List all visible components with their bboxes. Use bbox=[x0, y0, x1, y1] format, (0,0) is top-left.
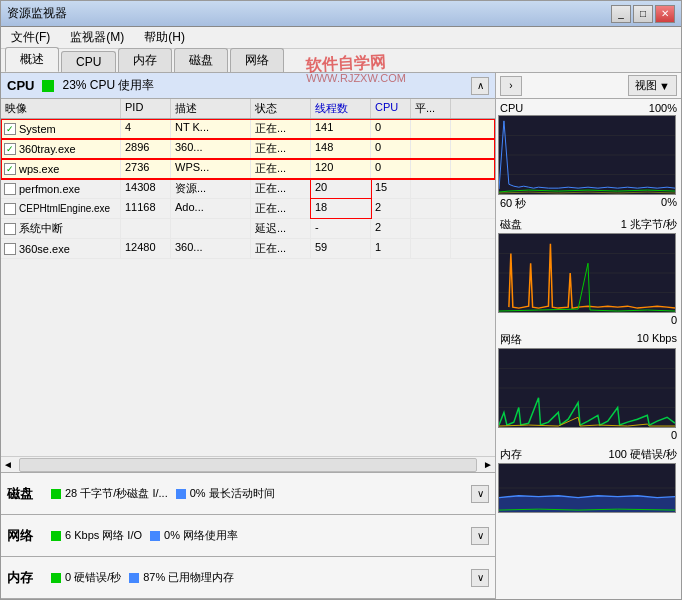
row-cpu-cep: 2 bbox=[371, 199, 411, 218]
row-checkbox-perfmon[interactable]: perfmon.exe bbox=[1, 179, 121, 198]
table-row[interactable]: ✓ wps.exe 2736 WPS... 正在... 120 0 bbox=[1, 159, 495, 179]
row-threads-sysint: - bbox=[311, 219, 371, 238]
row-checkbox-system[interactable]: ✓ System bbox=[1, 119, 121, 138]
disk-metric1: 28 千字节/秒磁盘 I/... bbox=[51, 486, 168, 501]
memory-metric1: 0 硬错误/秒 bbox=[51, 570, 121, 585]
row-desc-sysint bbox=[171, 219, 251, 238]
row-status-360tray: 正在... bbox=[251, 139, 311, 158]
table-row[interactable]: 系统中断 延迟... - 2 bbox=[1, 219, 495, 239]
row-threads-system: 141 bbox=[311, 119, 371, 138]
table-row[interactable]: ✓ System 4 NT K... 正在... 141 0 bbox=[1, 119, 495, 139]
menu-file[interactable]: 文件(F) bbox=[5, 27, 56, 48]
checkbox-system[interactable]: ✓ bbox=[4, 123, 16, 135]
table-row[interactable]: ✓ 360tray.exe 2896 360... 正在... 148 0 bbox=[1, 139, 495, 159]
row-pid-360tray: 2896 bbox=[121, 139, 171, 158]
chart-memory: 内存 100 硬错误/秒 bbox=[498, 446, 679, 513]
chart-memory-canvas bbox=[498, 463, 676, 513]
row-checkbox-wps[interactable]: ✓ wps.exe bbox=[1, 159, 121, 178]
scroll-left-btn[interactable]: ◄ bbox=[1, 459, 15, 470]
network-metric1-text: 6 Kbps 网络 I/O bbox=[65, 528, 142, 543]
minimize-button[interactable]: _ bbox=[611, 5, 631, 23]
col-header-avg: 平... bbox=[411, 99, 451, 118]
memory-dot2 bbox=[129, 573, 139, 583]
checkbox-sysint[interactable] bbox=[4, 223, 16, 235]
menu-help[interactable]: 帮助(H) bbox=[138, 27, 191, 48]
row-checkbox-sysint[interactable]: 系统中断 bbox=[1, 219, 121, 238]
disk-section: 磁盘 28 千字节/秒磁盘 I/... 0% 最长活动时间 ∨ bbox=[1, 473, 495, 515]
disk-expand-button[interactable]: ∨ bbox=[471, 485, 489, 503]
close-button[interactable]: ✕ bbox=[655, 5, 675, 23]
col-header-status: 状态 bbox=[251, 99, 311, 118]
col-header-threads[interactable]: 线程数 bbox=[311, 99, 371, 118]
col-header-image: 映像 bbox=[1, 99, 121, 118]
col-header-cpu[interactable]: CPU bbox=[371, 99, 411, 118]
tab-memory[interactable]: 内存 bbox=[118, 48, 172, 72]
disk-metric2: 0% 最长活动时间 bbox=[176, 486, 275, 501]
view-button[interactable]: 视图 ▼ bbox=[628, 75, 677, 96]
tab-bar: 概述 CPU 内存 磁盘 网络 软件自学网 WWW.RJZXW.COM bbox=[1, 49, 681, 73]
right-nav-button[interactable]: › bbox=[500, 76, 522, 96]
checkbox-cep[interactable] bbox=[4, 203, 16, 215]
disk-dot2 bbox=[176, 489, 186, 499]
network-label: 网络 bbox=[7, 527, 43, 545]
tab-disk[interactable]: 磁盘 bbox=[174, 48, 228, 72]
cpu-expand-button[interactable]: ∧ bbox=[471, 77, 489, 95]
disk-dot1 bbox=[51, 489, 61, 499]
main-window: 资源监视器 _ □ ✕ 文件(F) 监视器(M) 帮助(H) 概述 CPU 内存… bbox=[0, 0, 682, 600]
network-metric2: 0% 网络使用率 bbox=[150, 528, 238, 543]
chart-network-bottom-right: 0 bbox=[671, 429, 677, 441]
chart-memory-top-right: 100 硬错误/秒 bbox=[609, 447, 677, 462]
network-expand-button[interactable]: ∨ bbox=[471, 527, 489, 545]
process-table: 映像 PID 描述 状态 线程数 CPU 平... ✓ Syst bbox=[1, 99, 495, 472]
tab-overview[interactable]: 概述 bbox=[5, 47, 59, 72]
row-cpu-system: 0 bbox=[371, 119, 411, 138]
memory-metric2: 87% 已用物理内存 bbox=[129, 570, 234, 585]
row-pid-360se: 12480 bbox=[121, 239, 171, 258]
row-desc-system: NT K... bbox=[171, 119, 251, 138]
cpu-section: CPU 23% CPU 使用率 ∧ 映像 PID 描述 状态 线程数 CPU bbox=[1, 73, 495, 473]
chart-cpu-bottom-right: 0% bbox=[661, 196, 677, 211]
right-header: › 视图 ▼ bbox=[496, 73, 681, 99]
right-panel: › 视图 ▼ CPU 100% bbox=[496, 73, 681, 599]
row-avg-360tray bbox=[411, 139, 451, 158]
disk-metric1-text: 28 千字节/秒磁盘 I/... bbox=[65, 486, 168, 501]
row-pid-system: 4 bbox=[121, 119, 171, 138]
tab-cpu[interactable]: CPU bbox=[61, 51, 116, 72]
row-threads-perfmon: 20 bbox=[311, 179, 371, 198]
table-row[interactable]: 360se.exe 12480 360... 正在... 59 1 bbox=[1, 239, 495, 259]
row-avg-perfmon bbox=[411, 179, 451, 198]
checkbox-wps[interactable]: ✓ bbox=[4, 163, 16, 175]
maximize-button[interactable]: □ bbox=[633, 5, 653, 23]
row-avg-wps bbox=[411, 159, 451, 178]
row-pid-perfmon: 14308 bbox=[121, 179, 171, 198]
chart-disk-bottom-right: 0 bbox=[671, 314, 677, 326]
row-checkbox-360tray[interactable]: ✓ 360tray.exe bbox=[1, 139, 121, 158]
row-checkbox-360se[interactable]: 360se.exe bbox=[1, 239, 121, 258]
memory-section: 内存 0 硬错误/秒 87% 已用物理内存 ∨ bbox=[1, 557, 495, 599]
row-checkbox-cep[interactable]: CEPHtmlEngine.exe bbox=[1, 199, 121, 218]
row-cpu-360tray: 0 bbox=[371, 139, 411, 158]
cpu-header: CPU 23% CPU 使用率 ∧ bbox=[1, 73, 495, 99]
row-status-cep: 正在... bbox=[251, 199, 311, 218]
table-body: ✓ System 4 NT K... 正在... 141 0 bbox=[1, 119, 495, 456]
menu-monitor[interactable]: 监视器(M) bbox=[64, 27, 130, 48]
horizontal-scrollbar[interactable] bbox=[19, 458, 477, 472]
charts-area: CPU 100% bbox=[496, 99, 681, 599]
table-row[interactable]: CEPHtmlEngine.exe 11168 Ado... 正在... 18 … bbox=[1, 199, 495, 219]
table-row[interactable]: perfmon.exe 14308 资源... 正在... 20 15 bbox=[1, 179, 495, 199]
checkbox-360se[interactable] bbox=[4, 243, 16, 255]
content-area: CPU 23% CPU 使用率 ∧ 映像 PID 描述 状态 线程数 CPU bbox=[1, 73, 681, 599]
row-threads-360tray: 148 bbox=[311, 139, 371, 158]
chart-cpu-top-right: 100% bbox=[649, 102, 677, 114]
chart-cpu-bottom-left: 60 秒 bbox=[500, 196, 526, 211]
scroll-right-btn[interactable]: ► bbox=[481, 459, 495, 470]
cpu-usage-text: 23% CPU 使用率 bbox=[62, 77, 154, 94]
title-bar: 资源监视器 _ □ ✕ bbox=[1, 1, 681, 27]
window-controls: _ □ ✕ bbox=[611, 5, 675, 23]
checkbox-360tray[interactable]: ✓ bbox=[4, 143, 16, 155]
checkbox-perfmon[interactable] bbox=[4, 183, 16, 195]
memory-expand-button[interactable]: ∨ bbox=[471, 569, 489, 587]
chart-disk-top-right: 1 兆字节/秒 bbox=[621, 217, 677, 232]
chart-network-top-right: 10 Kbps bbox=[637, 332, 677, 347]
tab-network[interactable]: 网络 bbox=[230, 48, 284, 72]
